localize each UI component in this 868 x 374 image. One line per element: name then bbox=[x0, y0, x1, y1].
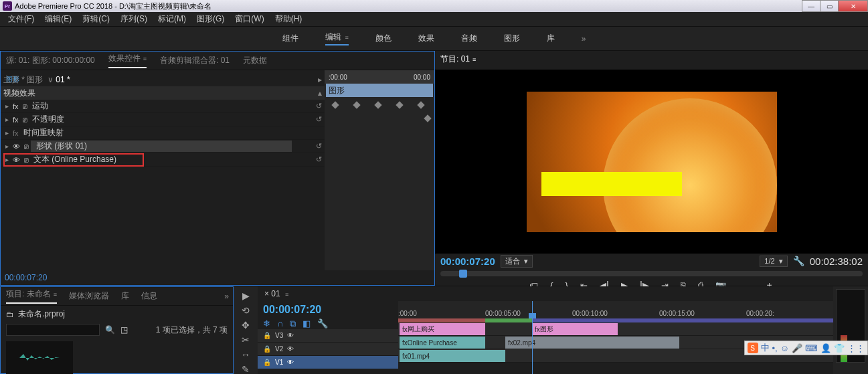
ime-lang[interactable]: 中 bbox=[761, 342, 770, 354]
fx-motion[interactable]: ▸fx⎚运动↺ bbox=[1, 100, 325, 113]
eye-icon[interactable]: 👁 bbox=[13, 156, 20, 164]
maximize-button[interactable]: ▭ bbox=[820, 0, 839, 12]
fx-text[interactable]: ▸👁⎚文本 (Online Purchase)↺ bbox=[1, 153, 325, 167]
program-monitor[interactable] bbox=[435, 70, 868, 254]
ws-audio[interactable]: 音频 bbox=[461, 33, 477, 44]
tab-source[interactable]: 源: 01: 图形: 00:00:00:00 bbox=[6, 55, 95, 66]
twirl-icon[interactable]: ▸ bbox=[5, 102, 9, 110]
ime-menu-icon[interactable]: ⋮⋮ bbox=[847, 343, 865, 353]
track-header-v3[interactable]: 🔒V3👁 bbox=[258, 329, 398, 343]
twirl-icon[interactable]: ▸ bbox=[5, 143, 9, 150]
clip[interactable]: fx 图形 bbox=[532, 323, 618, 335]
track-select-tool-icon[interactable]: ⟲ bbox=[242, 305, 250, 316]
clip[interactable]: fx 网上购买 bbox=[400, 323, 485, 335]
tab-metadata[interactable]: 元数据 bbox=[243, 55, 267, 66]
ws-libraries[interactable]: 库 bbox=[547, 33, 555, 44]
menu-file[interactable]: 文件(F) bbox=[3, 12, 39, 26]
reset-icon[interactable]: ↺ bbox=[316, 115, 322, 124]
search-icon[interactable]: 🔍 bbox=[105, 325, 115, 335]
ws-effects[interactable]: 效果 bbox=[418, 33, 434, 44]
tab-info[interactable]: 信息 bbox=[141, 290, 157, 302]
ws-assembly[interactable]: 组件 bbox=[282, 33, 298, 44]
ime-emoji-icon[interactable]: ☺ bbox=[780, 343, 789, 353]
tab-libraries[interactable]: 库 bbox=[121, 290, 129, 302]
timeline-tracks[interactable]: :00:0000:00:05:0000:00:10:0000:00:15:000… bbox=[398, 301, 833, 374]
tab-audio-mixer[interactable]: 音频剪辑混合器: 01 bbox=[160, 55, 230, 66]
ime-logo-icon[interactable]: S bbox=[748, 343, 758, 353]
filter-icon[interactable]: ◳ bbox=[120, 325, 128, 335]
eye-icon[interactable]: 👁 bbox=[13, 143, 20, 151]
ws-graphics[interactable]: 图形 bbox=[504, 33, 520, 44]
tab-program[interactable]: 节目: 01≡ bbox=[440, 54, 476, 68]
razor-tool-icon[interactable]: ✂ bbox=[242, 335, 250, 345]
twirl-icon[interactable]: ▸ bbox=[5, 116, 9, 123]
ec-clip-bar[interactable]: 图形 bbox=[326, 84, 433, 97]
source-panel: 源: 01: 图形: 00:00:00:00 效果控件≡ 音频剪辑混合器: 01… bbox=[0, 51, 435, 286]
settings-icon[interactable]: ◧ bbox=[302, 318, 311, 329]
audio-meters bbox=[833, 286, 868, 374]
snap-icon[interactable]: ❄ bbox=[263, 318, 270, 329]
twirl-icon[interactable]: ▸ bbox=[5, 129, 9, 136]
menu-sequence[interactable]: 序列(S) bbox=[115, 12, 153, 26]
linked-icon[interactable]: ∩ bbox=[277, 318, 283, 329]
resolution-dropdown[interactable]: 1/2 ▾ bbox=[760, 256, 787, 267]
menu-edit[interactable]: 编辑(E) bbox=[39, 12, 77, 26]
clip[interactable]: fx Online Purchase bbox=[400, 337, 485, 349]
fx-time-remap[interactable]: ▸fx时间重映射 bbox=[1, 126, 325, 140]
menu-graphics[interactable]: 图形(G) bbox=[191, 12, 230, 26]
fx-opacity[interactable]: ▸fx⎚不透明度↺ bbox=[1, 113, 325, 126]
ime-toolbar[interactable]: S 中 •, ☺ 🎤 ⌨ 👤 👕 ⋮⋮ bbox=[744, 341, 868, 355]
tab-effect-controls[interactable]: 效果控件≡ bbox=[108, 53, 147, 68]
track-header-v2[interactable]: 🔒V2👁 bbox=[258, 343, 398, 356]
reset-icon[interactable]: ↺ bbox=[316, 142, 322, 151]
clip[interactable]: fx 01.mp4 bbox=[400, 350, 505, 362]
minimize-button[interactable]: — bbox=[802, 0, 820, 12]
close-button[interactable]: ✕ bbox=[838, 0, 868, 12]
ime-keyboard-icon[interactable]: ⌨ bbox=[805, 343, 818, 353]
tab-sequence[interactable]: × 01 ≡ bbox=[264, 289, 288, 298]
menu-marker[interactable]: 标记(M) bbox=[153, 12, 191, 26]
fx-shape[interactable]: ▸👁⎚形状 (形状 01)↺ bbox=[1, 140, 325, 153]
program-scrubber[interactable] bbox=[440, 271, 863, 276]
collapse-icon[interactable]: ▴ bbox=[318, 88, 322, 98]
reset-icon[interactable]: ↺ bbox=[316, 155, 322, 164]
ec-mini-timeline[interactable]: :00:0000:00 图形 bbox=[325, 70, 434, 270]
ime-skin-icon[interactable]: 👕 bbox=[834, 343, 845, 353]
reset-icon[interactable]: ↺ bbox=[316, 102, 322, 110]
ripple-tool-icon[interactable]: ✥ bbox=[242, 320, 250, 331]
media-thumbnail[interactable] bbox=[6, 341, 73, 374]
track-v3[interactable]: fx 网上购买 fx 图形 bbox=[398, 322, 833, 336]
ec-timecode[interactable]: 00:00:07:20 bbox=[5, 273, 47, 282]
menu-help[interactable]: 帮助(H) bbox=[270, 12, 308, 26]
wrench-icon[interactable]: 🔧 bbox=[317, 318, 328, 329]
markers-icon[interactable]: ⧉ bbox=[290, 318, 296, 329]
tab-media-browser[interactable]: 媒体浏览器 bbox=[69, 290, 109, 302]
timeline-options: ❄ ∩ ⧉ ◧ 🔧 bbox=[258, 318, 398, 329]
ime-user-icon[interactable]: 👤 bbox=[820, 343, 831, 353]
tools-panel: ▶ ⟲ ✥ ✂ ↔ ✎ T bbox=[234, 286, 258, 374]
search-input[interactable] bbox=[6, 324, 100, 336]
twirl-icon[interactable]: ▸ bbox=[5, 156, 9, 163]
selection-tool-icon[interactable]: ▶ bbox=[242, 290, 250, 301]
slip-tool-icon[interactable]: ↔ bbox=[241, 349, 250, 360]
timeline-timecode[interactable]: 00:00:07:20 bbox=[258, 301, 398, 318]
ws-editing[interactable]: 编辑≡ bbox=[325, 31, 349, 45]
zoom-fit-dropdown[interactable]: 适合 ▾ bbox=[501, 255, 533, 268]
panel-overflow-icon[interactable]: » bbox=[224, 292, 229, 301]
play-icon[interactable]: ▸ bbox=[318, 75, 322, 84]
clip[interactable]: fx 02.mp4 bbox=[505, 337, 679, 349]
menubar: 文件(F) 编辑(E) 剪辑(C) 序列(S) 标记(M) 图形(G) 窗口(W… bbox=[0, 12, 868, 27]
tab-project[interactable]: 项目: 未命名≡ bbox=[6, 288, 57, 304]
menu-window[interactable]: 窗口(W) bbox=[230, 12, 269, 26]
track-header-v1[interactable]: 🔒V1👁 bbox=[258, 356, 398, 369]
menu-clip[interactable]: 剪辑(C) bbox=[77, 12, 115, 26]
settings-icon[interactable]: 🔧 bbox=[793, 256, 804, 266]
ws-overflow-icon[interactable]: » bbox=[582, 34, 586, 43]
program-timecode[interactable]: 00:00:07:20 bbox=[440, 256, 495, 267]
ime-voice-icon[interactable]: 🎤 bbox=[792, 343, 802, 353]
timeline-ruler[interactable]: :00:0000:00:05:0000:00:10:0000:00:15:000… bbox=[398, 301, 833, 318]
ws-color[interactable]: 颜色 bbox=[375, 33, 392, 44]
ime-punct-icon[interactable]: •, bbox=[772, 343, 778, 353]
playhead[interactable] bbox=[532, 301, 533, 374]
pen-tool-icon[interactable]: ✎ bbox=[242, 364, 250, 374]
